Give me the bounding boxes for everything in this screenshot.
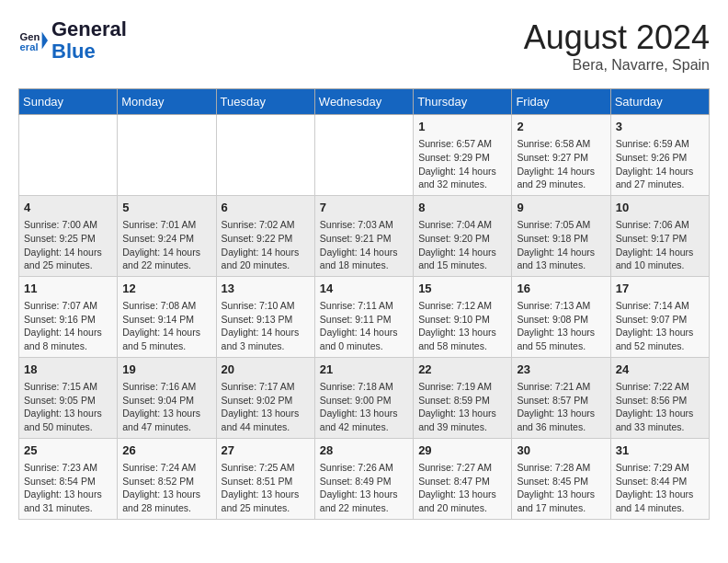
day-info: Sunrise: 7:24 AM Sunset: 8:52 PM Dayligh… (122, 461, 210, 515)
calendar-cell: 9Sunrise: 7:05 AM Sunset: 9:18 PM Daylig… (512, 195, 610, 276)
weekday-header: Tuesday (216, 89, 314, 115)
day-number: 15 (418, 281, 506, 297)
calendar-cell: 4Sunrise: 7:00 AM Sunset: 9:25 PM Daylig… (19, 195, 118, 276)
day-info: Sunrise: 7:07 AM Sunset: 9:16 PM Dayligh… (24, 299, 112, 353)
calendar-week-row: 25Sunrise: 7:23 AM Sunset: 8:54 PM Dayli… (19, 438, 710, 519)
day-info: Sunrise: 7:00 AM Sunset: 9:25 PM Dayligh… (24, 218, 112, 272)
day-number: 28 (320, 442, 408, 459)
day-number: 2 (517, 119, 605, 135)
calendar-table: SundayMondayTuesdayWednesdayThursdayFrid… (18, 88, 710, 520)
day-number: 24 (616, 362, 704, 378)
svg-marker-2 (42, 32, 48, 50)
day-info: Sunrise: 7:04 AM Sunset: 9:20 PM Dayligh… (418, 218, 506, 272)
day-number: 4 (24, 200, 112, 216)
day-info: Sunrise: 7:10 AM Sunset: 9:13 PM Dayligh… (222, 299, 310, 353)
title-block: August 2024 Bera, Navarre, Spain (524, 18, 710, 74)
calendar-cell: 26Sunrise: 7:24 AM Sunset: 8:52 PM Dayli… (118, 438, 216, 519)
day-number: 9 (517, 200, 605, 216)
day-info: Sunrise: 7:03 AM Sunset: 9:21 PM Dayligh… (320, 218, 408, 272)
day-info: Sunrise: 7:12 AM Sunset: 9:10 PM Dayligh… (418, 299, 506, 353)
logo: Gen eral GeneralBlue (18, 18, 127, 63)
calendar-week-row: 1Sunrise: 6:57 AM Sunset: 9:29 PM Daylig… (19, 115, 710, 196)
day-info: Sunrise: 7:17 AM Sunset: 9:02 PM Dayligh… (222, 380, 310, 434)
calendar-cell: 22Sunrise: 7:19 AM Sunset: 8:59 PM Dayli… (414, 357, 512, 438)
day-info: Sunrise: 6:59 AM Sunset: 9:26 PM Dayligh… (616, 137, 704, 191)
day-info: Sunrise: 6:58 AM Sunset: 9:27 PM Dayligh… (517, 137, 605, 191)
day-number: 26 (122, 442, 210, 459)
svg-text:Gen: Gen (20, 31, 40, 42)
calendar-cell (19, 115, 118, 196)
day-info: Sunrise: 7:26 AM Sunset: 8:49 PM Dayligh… (320, 461, 408, 515)
day-number: 10 (616, 200, 704, 216)
calendar-cell: 25Sunrise: 7:23 AM Sunset: 8:54 PM Dayli… (19, 438, 118, 519)
day-number: 25 (24, 442, 112, 459)
day-number: 27 (222, 442, 310, 459)
day-number: 1 (418, 119, 506, 135)
calendar-week-row: 11Sunrise: 7:07 AM Sunset: 9:16 PM Dayli… (19, 276, 710, 357)
calendar-cell: 16Sunrise: 7:13 AM Sunset: 9:08 PM Dayli… (512, 276, 610, 357)
day-info: Sunrise: 7:19 AM Sunset: 8:59 PM Dayligh… (418, 380, 506, 434)
day-number: 12 (122, 281, 210, 297)
weekday-header: Monday (118, 89, 216, 115)
day-number: 11 (24, 281, 112, 297)
calendar-cell: 8Sunrise: 7:04 AM Sunset: 9:20 PM Daylig… (414, 195, 512, 276)
calendar-week-row: 18Sunrise: 7:15 AM Sunset: 9:05 PM Dayli… (19, 357, 710, 438)
day-info: Sunrise: 7:13 AM Sunset: 9:08 PM Dayligh… (517, 299, 605, 353)
calendar-cell (118, 115, 216, 196)
page-header: Gen eral GeneralBlue August 2024 Bera, N… (18, 18, 710, 74)
calendar-cell (216, 115, 314, 196)
day-number: 19 (122, 362, 210, 378)
calendar-cell: 27Sunrise: 7:25 AM Sunset: 8:51 PM Dayli… (216, 438, 314, 519)
calendar-cell: 20Sunrise: 7:17 AM Sunset: 9:02 PM Dayli… (216, 357, 314, 438)
day-number: 20 (222, 362, 310, 378)
day-number: 22 (418, 362, 506, 378)
weekday-header: Sunday (19, 89, 118, 115)
day-number: 18 (24, 362, 112, 378)
day-number: 23 (517, 362, 605, 378)
weekday-header: Wednesday (314, 89, 413, 115)
calendar-week-row: 4Sunrise: 7:00 AM Sunset: 9:25 PM Daylig… (19, 195, 710, 276)
day-info: Sunrise: 7:25 AM Sunset: 8:51 PM Dayligh… (222, 461, 310, 515)
day-info: Sunrise: 7:02 AM Sunset: 9:22 PM Dayligh… (222, 218, 310, 272)
calendar-cell: 24Sunrise: 7:22 AM Sunset: 8:56 PM Dayli… (610, 357, 709, 438)
weekday-header-row: SundayMondayTuesdayWednesdayThursdayFrid… (19, 89, 710, 115)
svg-text:eral: eral (20, 41, 39, 52)
day-number: 3 (616, 119, 704, 135)
day-number: 6 (222, 200, 310, 216)
day-number: 16 (517, 281, 605, 297)
logo-text: GeneralBlue (51, 18, 127, 63)
day-info: Sunrise: 7:27 AM Sunset: 8:47 PM Dayligh… (418, 461, 506, 515)
month-title: August 2024 (524, 18, 710, 57)
calendar-cell: 29Sunrise: 7:27 AM Sunset: 8:47 PM Dayli… (414, 438, 512, 519)
day-number: 31 (616, 442, 704, 459)
calendar-cell: 21Sunrise: 7:18 AM Sunset: 9:00 PM Dayli… (314, 357, 413, 438)
day-info: Sunrise: 7:29 AM Sunset: 8:44 PM Dayligh… (616, 461, 704, 515)
day-number: 13 (222, 281, 310, 297)
day-number: 7 (320, 200, 408, 216)
calendar-cell: 11Sunrise: 7:07 AM Sunset: 9:16 PM Dayli… (19, 276, 118, 357)
day-info: Sunrise: 7:16 AM Sunset: 9:04 PM Dayligh… (122, 380, 210, 434)
day-info: Sunrise: 7:05 AM Sunset: 9:18 PM Dayligh… (517, 218, 605, 272)
calendar-cell (314, 115, 413, 196)
day-info: Sunrise: 7:23 AM Sunset: 8:54 PM Dayligh… (24, 461, 112, 515)
calendar-cell: 28Sunrise: 7:26 AM Sunset: 8:49 PM Dayli… (314, 438, 413, 519)
day-number: 30 (517, 442, 605, 459)
day-info: Sunrise: 7:28 AM Sunset: 8:45 PM Dayligh… (517, 461, 605, 515)
day-number: 21 (320, 362, 408, 378)
calendar-cell: 2Sunrise: 6:58 AM Sunset: 9:27 PM Daylig… (512, 115, 610, 196)
calendar-cell: 15Sunrise: 7:12 AM Sunset: 9:10 PM Dayli… (414, 276, 512, 357)
location: Bera, Navarre, Spain (524, 57, 710, 74)
calendar-cell: 12Sunrise: 7:08 AM Sunset: 9:14 PM Dayli… (118, 276, 216, 357)
calendar-cell: 5Sunrise: 7:01 AM Sunset: 9:24 PM Daylig… (118, 195, 216, 276)
calendar-cell: 7Sunrise: 7:03 AM Sunset: 9:21 PM Daylig… (314, 195, 413, 276)
day-info: Sunrise: 7:11 AM Sunset: 9:11 PM Dayligh… (320, 299, 408, 353)
day-info: Sunrise: 7:06 AM Sunset: 9:17 PM Dayligh… (616, 218, 704, 272)
calendar-cell: 17Sunrise: 7:14 AM Sunset: 9:07 PM Dayli… (610, 276, 709, 357)
calendar-cell: 19Sunrise: 7:16 AM Sunset: 9:04 PM Dayli… (118, 357, 216, 438)
calendar-cell: 3Sunrise: 6:59 AM Sunset: 9:26 PM Daylig… (610, 115, 709, 196)
day-number: 5 (122, 200, 210, 216)
weekday-header: Saturday (610, 89, 709, 115)
calendar-cell: 6Sunrise: 7:02 AM Sunset: 9:22 PM Daylig… (216, 195, 314, 276)
weekday-header: Thursday (414, 89, 512, 115)
day-info: Sunrise: 7:22 AM Sunset: 8:56 PM Dayligh… (616, 380, 704, 434)
